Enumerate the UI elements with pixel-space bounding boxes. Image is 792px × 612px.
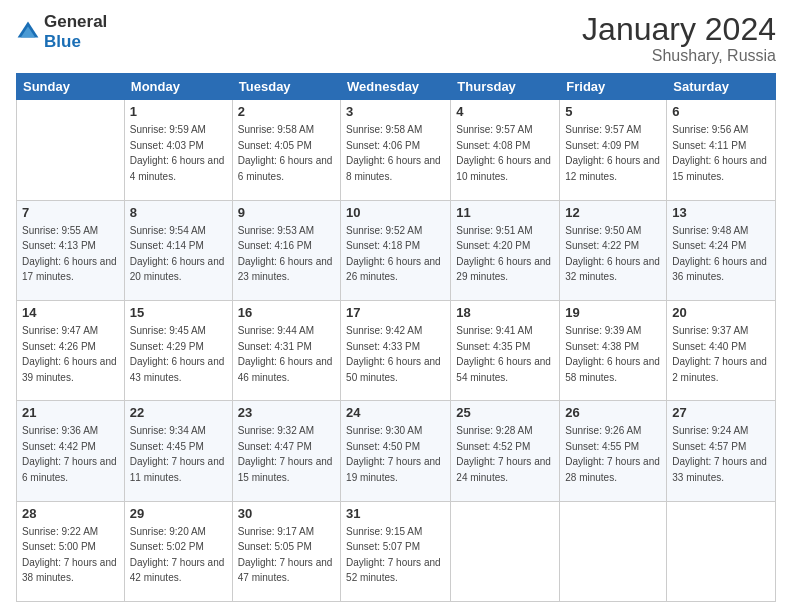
calendar-cell: 10Sunrise: 9:52 AMSunset: 4:18 PMDayligh… (341, 200, 451, 300)
calendar-cell: 20Sunrise: 9:37 AMSunset: 4:40 PMDayligh… (667, 300, 776, 400)
day-info: Sunrise: 9:32 AMSunset: 4:47 PMDaylight:… (238, 425, 333, 483)
day-number: 23 (238, 404, 335, 422)
day-info: Sunrise: 9:28 AMSunset: 4:52 PMDaylight:… (456, 425, 551, 483)
calendar-cell: 2Sunrise: 9:58 AMSunset: 4:05 PMDaylight… (232, 100, 340, 200)
calendar-cell: 12Sunrise: 9:50 AMSunset: 4:22 PMDayligh… (560, 200, 667, 300)
day-info: Sunrise: 9:53 AMSunset: 4:16 PMDaylight:… (238, 225, 333, 283)
calendar-cell: 8Sunrise: 9:54 AMSunset: 4:14 PMDaylight… (124, 200, 232, 300)
main-title: January 2024 (582, 12, 776, 47)
day-info: Sunrise: 9:30 AMSunset: 4:50 PMDaylight:… (346, 425, 441, 483)
day-number: 26 (565, 404, 661, 422)
day-number: 27 (672, 404, 770, 422)
day-info: Sunrise: 9:59 AMSunset: 4:03 PMDaylight:… (130, 124, 225, 182)
calendar-cell: 6Sunrise: 9:56 AMSunset: 4:11 PMDaylight… (667, 100, 776, 200)
col-header-thursday: Thursday (451, 74, 560, 100)
calendar-cell (451, 501, 560, 601)
day-number: 1 (130, 103, 227, 121)
header-row: SundayMondayTuesdayWednesdayThursdayFrid… (17, 74, 776, 100)
calendar-cell: 26Sunrise: 9:26 AMSunset: 4:55 PMDayligh… (560, 401, 667, 501)
calendar-cell: 7Sunrise: 9:55 AMSunset: 4:13 PMDaylight… (17, 200, 125, 300)
day-info: Sunrise: 9:22 AMSunset: 5:00 PMDaylight:… (22, 526, 117, 584)
week-row-4: 21Sunrise: 9:36 AMSunset: 4:42 PMDayligh… (17, 401, 776, 501)
day-number: 15 (130, 304, 227, 322)
day-number: 19 (565, 304, 661, 322)
week-row-5: 28Sunrise: 9:22 AMSunset: 5:00 PMDayligh… (17, 501, 776, 601)
page: General Blue January 2024 Shushary, Russ… (0, 0, 792, 612)
day-number: 28 (22, 505, 119, 523)
day-info: Sunrise: 9:39 AMSunset: 4:38 PMDaylight:… (565, 325, 660, 383)
day-info: Sunrise: 9:55 AMSunset: 4:13 PMDaylight:… (22, 225, 117, 283)
logo-blue: Blue (44, 32, 107, 52)
calendar-cell (17, 100, 125, 200)
calendar-cell: 27Sunrise: 9:24 AMSunset: 4:57 PMDayligh… (667, 401, 776, 501)
day-info: Sunrise: 9:34 AMSunset: 4:45 PMDaylight:… (130, 425, 225, 483)
logo-text: General Blue (44, 12, 107, 51)
day-info: Sunrise: 9:26 AMSunset: 4:55 PMDaylight:… (565, 425, 660, 483)
day-info: Sunrise: 9:54 AMSunset: 4:14 PMDaylight:… (130, 225, 225, 283)
calendar-cell: 16Sunrise: 9:44 AMSunset: 4:31 PMDayligh… (232, 300, 340, 400)
day-number: 24 (346, 404, 445, 422)
logo-general: General (44, 12, 107, 32)
day-info: Sunrise: 9:42 AMSunset: 4:33 PMDaylight:… (346, 325, 441, 383)
day-info: Sunrise: 9:50 AMSunset: 4:22 PMDaylight:… (565, 225, 660, 283)
day-info: Sunrise: 9:45 AMSunset: 4:29 PMDaylight:… (130, 325, 225, 383)
day-number: 7 (22, 204, 119, 222)
calendar-cell: 1Sunrise: 9:59 AMSunset: 4:03 PMDaylight… (124, 100, 232, 200)
subtitle: Shushary, Russia (582, 47, 776, 65)
day-info: Sunrise: 9:44 AMSunset: 4:31 PMDaylight:… (238, 325, 333, 383)
calendar-cell: 22Sunrise: 9:34 AMSunset: 4:45 PMDayligh… (124, 401, 232, 501)
day-info: Sunrise: 9:15 AMSunset: 5:07 PMDaylight:… (346, 526, 441, 584)
calendar-cell: 11Sunrise: 9:51 AMSunset: 4:20 PMDayligh… (451, 200, 560, 300)
week-row-2: 7Sunrise: 9:55 AMSunset: 4:13 PMDaylight… (17, 200, 776, 300)
calendar-cell (667, 501, 776, 601)
week-row-1: 1Sunrise: 9:59 AMSunset: 4:03 PMDaylight… (17, 100, 776, 200)
col-header-friday: Friday (560, 74, 667, 100)
day-number: 9 (238, 204, 335, 222)
day-info: Sunrise: 9:47 AMSunset: 4:26 PMDaylight:… (22, 325, 117, 383)
day-info: Sunrise: 9:51 AMSunset: 4:20 PMDaylight:… (456, 225, 551, 283)
day-number: 3 (346, 103, 445, 121)
calendar-cell: 3Sunrise: 9:58 AMSunset: 4:06 PMDaylight… (341, 100, 451, 200)
col-header-saturday: Saturday (667, 74, 776, 100)
day-info: Sunrise: 9:24 AMSunset: 4:57 PMDaylight:… (672, 425, 767, 483)
day-info: Sunrise: 9:20 AMSunset: 5:02 PMDaylight:… (130, 526, 225, 584)
day-info: Sunrise: 9:57 AMSunset: 4:09 PMDaylight:… (565, 124, 660, 182)
col-header-wednesday: Wednesday (341, 74, 451, 100)
day-info: Sunrise: 9:57 AMSunset: 4:08 PMDaylight:… (456, 124, 551, 182)
calendar-cell: 5Sunrise: 9:57 AMSunset: 4:09 PMDaylight… (560, 100, 667, 200)
day-number: 4 (456, 103, 554, 121)
day-number: 31 (346, 505, 445, 523)
calendar-cell: 19Sunrise: 9:39 AMSunset: 4:38 PMDayligh… (560, 300, 667, 400)
calendar-cell: 18Sunrise: 9:41 AMSunset: 4:35 PMDayligh… (451, 300, 560, 400)
calendar-cell: 21Sunrise: 9:36 AMSunset: 4:42 PMDayligh… (17, 401, 125, 501)
calendar-cell: 23Sunrise: 9:32 AMSunset: 4:47 PMDayligh… (232, 401, 340, 501)
day-number: 25 (456, 404, 554, 422)
day-number: 13 (672, 204, 770, 222)
calendar-cell: 13Sunrise: 9:48 AMSunset: 4:24 PMDayligh… (667, 200, 776, 300)
col-header-monday: Monday (124, 74, 232, 100)
day-info: Sunrise: 9:36 AMSunset: 4:42 PMDaylight:… (22, 425, 117, 483)
day-number: 20 (672, 304, 770, 322)
day-info: Sunrise: 9:56 AMSunset: 4:11 PMDaylight:… (672, 124, 767, 182)
col-header-sunday: Sunday (17, 74, 125, 100)
day-number: 18 (456, 304, 554, 322)
day-number: 21 (22, 404, 119, 422)
day-number: 11 (456, 204, 554, 222)
calendar-cell: 4Sunrise: 9:57 AMSunset: 4:08 PMDaylight… (451, 100, 560, 200)
calendar-cell: 9Sunrise: 9:53 AMSunset: 4:16 PMDaylight… (232, 200, 340, 300)
col-header-tuesday: Tuesday (232, 74, 340, 100)
logo: General Blue (16, 12, 107, 51)
title-section: January 2024 Shushary, Russia (582, 12, 776, 65)
calendar-cell: 31Sunrise: 9:15 AMSunset: 5:07 PMDayligh… (341, 501, 451, 601)
day-number: 30 (238, 505, 335, 523)
day-number: 6 (672, 103, 770, 121)
calendar-cell: 29Sunrise: 9:20 AMSunset: 5:02 PMDayligh… (124, 501, 232, 601)
day-info: Sunrise: 9:58 AMSunset: 4:06 PMDaylight:… (346, 124, 441, 182)
day-info: Sunrise: 9:37 AMSunset: 4:40 PMDaylight:… (672, 325, 767, 383)
day-info: Sunrise: 9:41 AMSunset: 4:35 PMDaylight:… (456, 325, 551, 383)
calendar-cell: 28Sunrise: 9:22 AMSunset: 5:00 PMDayligh… (17, 501, 125, 601)
day-info: Sunrise: 9:52 AMSunset: 4:18 PMDaylight:… (346, 225, 441, 283)
calendar-table: SundayMondayTuesdayWednesdayThursdayFrid… (16, 73, 776, 602)
day-info: Sunrise: 9:17 AMSunset: 5:05 PMDaylight:… (238, 526, 333, 584)
day-number: 17 (346, 304, 445, 322)
